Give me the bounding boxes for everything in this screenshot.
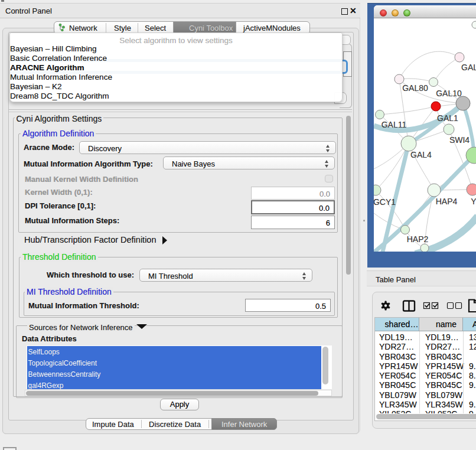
svg-text:HAP2: HAP2 [407, 234, 429, 244]
svg-text:GAL1: GAL1 [437, 113, 458, 123]
svg-text:Y: Y [471, 197, 476, 206]
svg-text:GAL4: GAL4 [410, 150, 432, 159]
svg-text:GAL10: GAL10 [436, 89, 462, 98]
svg-text:GAL80: GAL80 [402, 83, 428, 93]
svg-text:GAL11: GAL11 [382, 120, 407, 129]
svg-text:SWI4: SWI4 [449, 135, 470, 145]
svg-text:GCY1: GCY1 [374, 197, 396, 207]
svg-text:HAP4: HAP4 [436, 197, 458, 206]
svg-text:GAL2: GAL2 [461, 63, 476, 72]
